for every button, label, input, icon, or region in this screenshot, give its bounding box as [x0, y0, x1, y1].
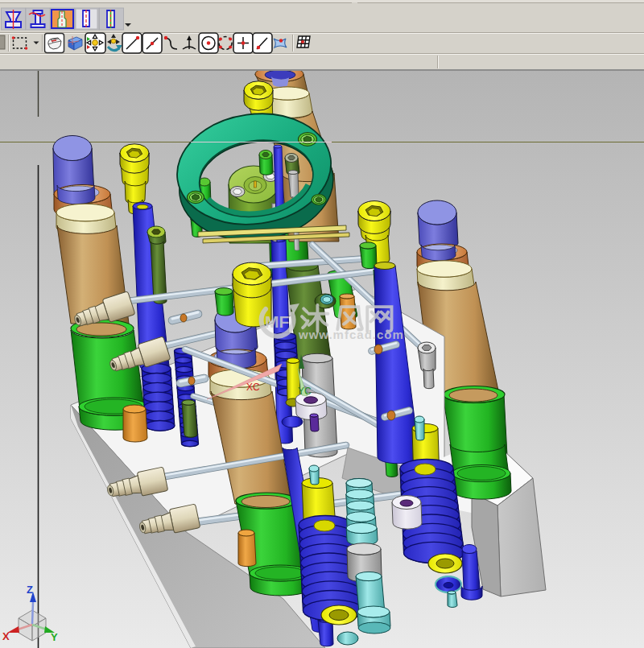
- svg-text:YC: YC: [298, 386, 312, 397]
- svg-text:Z: Z: [27, 584, 33, 596]
- svg-text:www.mfcad.com: www.mfcad.com: [298, 328, 404, 341]
- svg-text:MF: MF: [265, 312, 289, 331]
- svg-text:Y: Y: [51, 631, 58, 643]
- svg-text:X: X: [2, 630, 10, 642]
- svg-text:XC: XC: [246, 382, 260, 393]
